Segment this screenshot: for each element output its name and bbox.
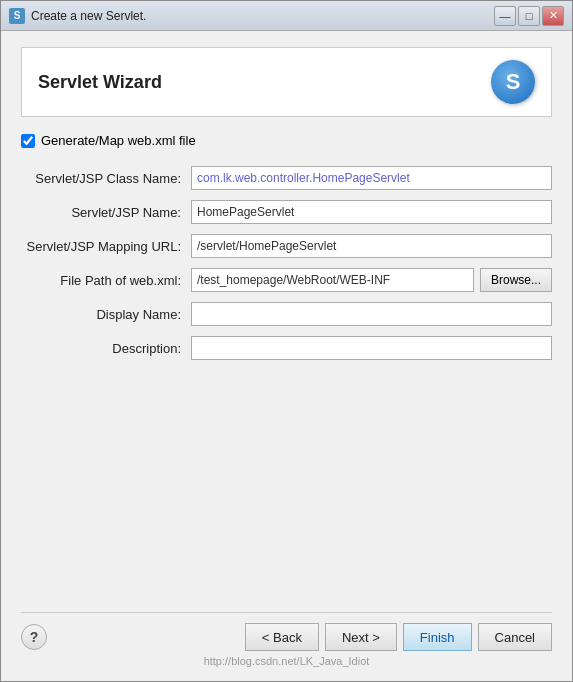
- servlet-name-input[interactable]: [191, 200, 552, 224]
- wizard-logo: S: [491, 60, 535, 104]
- description-input-wrap: [191, 336, 552, 360]
- description-label: Description:: [21, 341, 191, 356]
- mapping-url-input[interactable]: [191, 234, 552, 258]
- display-name-input-wrap: [191, 302, 552, 326]
- back-button[interactable]: < Back: [245, 623, 319, 651]
- window-title: Create a new Servlet.: [31, 9, 494, 23]
- wizard-content: Servlet Wizard S Generate/Map web.xml fi…: [1, 31, 572, 681]
- watermark: http://blog.csdn.net/LK_Java_Idiot: [21, 655, 552, 669]
- display-name-label: Display Name:: [21, 307, 191, 322]
- title-bar: S Create a new Servlet. — □ ✕: [1, 1, 572, 31]
- close-button[interactable]: ✕: [542, 6, 564, 26]
- window-icon: S: [9, 8, 25, 24]
- form-area: Servlet/JSP Class Name: Servlet/JSP Name…: [21, 166, 552, 360]
- description-row: Description:: [21, 336, 552, 360]
- display-name-input[interactable]: [191, 302, 552, 326]
- wizard-footer: ? < Back Next > Finish Cancel: [21, 612, 552, 655]
- file-path-label: File Path of web.xml:: [21, 273, 191, 288]
- footer-left: ?: [21, 624, 47, 650]
- help-button[interactable]: ?: [21, 624, 47, 650]
- file-path-input-wrap: Browse...: [191, 268, 552, 292]
- footer-right: < Back Next > Finish Cancel: [245, 623, 552, 651]
- generate-webxml-row: Generate/Map web.xml file: [21, 133, 552, 148]
- browse-button[interactable]: Browse...: [480, 268, 552, 292]
- wizard-header: Servlet Wizard S: [21, 47, 552, 117]
- mapping-url-input-wrap: [191, 234, 552, 258]
- description-input[interactable]: [191, 336, 552, 360]
- main-window: S Create a new Servlet. — □ ✕ Servlet Wi…: [0, 0, 573, 682]
- finish-button[interactable]: Finish: [403, 623, 472, 651]
- file-path-input[interactable]: [191, 268, 474, 292]
- generate-webxml-label: Generate/Map web.xml file: [41, 133, 196, 148]
- maximize-button[interactable]: □: [518, 6, 540, 26]
- file-path-row: File Path of web.xml: Browse...: [21, 268, 552, 292]
- class-name-row: Servlet/JSP Class Name:: [21, 166, 552, 190]
- cancel-button[interactable]: Cancel: [478, 623, 552, 651]
- wizard-title: Servlet Wizard: [38, 72, 162, 93]
- mapping-url-label: Servlet/JSP Mapping URL:: [21, 239, 191, 254]
- next-button[interactable]: Next >: [325, 623, 397, 651]
- servlet-name-input-wrap: [191, 200, 552, 224]
- window-controls: — □ ✕: [494, 6, 564, 26]
- servlet-name-row: Servlet/JSP Name:: [21, 200, 552, 224]
- generate-webxml-checkbox[interactable]: [21, 134, 35, 148]
- class-name-label: Servlet/JSP Class Name:: [21, 171, 191, 186]
- minimize-button[interactable]: —: [494, 6, 516, 26]
- class-name-input-wrap: [191, 166, 552, 190]
- mapping-url-row: Servlet/JSP Mapping URL:: [21, 234, 552, 258]
- servlet-name-label: Servlet/JSP Name:: [21, 205, 191, 220]
- class-name-input[interactable]: [191, 166, 552, 190]
- display-name-row: Display Name:: [21, 302, 552, 326]
